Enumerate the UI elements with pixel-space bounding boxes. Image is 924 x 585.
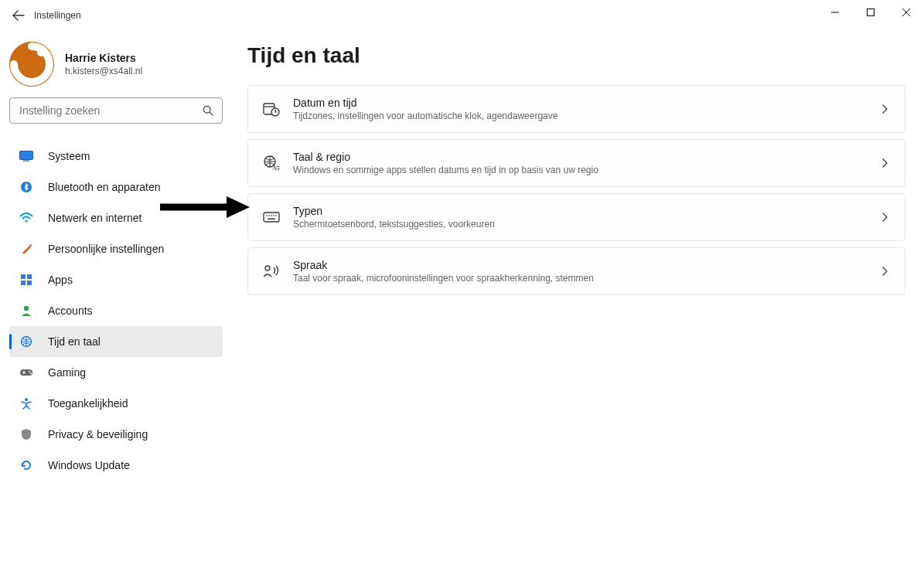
titlebar: Instellingen	[0, 0, 924, 31]
card-subtitle: Schermtoetsenbord, tekstsuggesties, voor…	[293, 219, 878, 230]
system-icon	[19, 148, 34, 164]
window-title: Instellingen	[34, 10, 81, 21]
svg-point-5	[37, 49, 45, 56]
back-arrow-icon	[12, 9, 25, 22]
svg-point-21	[30, 372, 32, 374]
shield-icon	[19, 427, 34, 442]
svg-point-11	[25, 219, 27, 222]
person-icon	[19, 303, 34, 318]
sidebar-item-label: Windows Update	[48, 459, 130, 471]
svg-point-36	[265, 266, 270, 270]
sidebar-item-privacy[interactable]: Privacy & beveiliging	[9, 419, 223, 450]
maximize-icon	[867, 9, 875, 16]
chevron-right-icon	[878, 265, 891, 277]
chevron-right-icon	[878, 211, 891, 223]
card-subtitle: Taal voor spraak, microfooninstellingen …	[293, 273, 878, 284]
sidebar-item-label: Gaming	[48, 366, 86, 379]
svg-point-34	[275, 215, 277, 216]
sidebar-item-label: Apps	[48, 274, 73, 286]
card-title: Typen	[293, 205, 878, 217]
sidebar-item-windows-update[interactable]: Windows Update	[9, 450, 223, 481]
svg-text:字: 字	[276, 165, 280, 171]
update-icon	[19, 457, 34, 473]
svg-rect-15	[21, 281, 26, 285]
sidebar: Harrie Kisters h.kisters@xs4all.nl Syste…	[0, 31, 232, 585]
sidebar-item-label: Bluetooth en apparaten	[48, 181, 161, 193]
calendar-clock-icon	[262, 100, 281, 118]
maximize-button[interactable]	[853, 0, 888, 25]
card-title: Spraak	[293, 259, 878, 271]
sidebar-item-network[interactable]: Netwerk en internet	[9, 202, 223, 233]
svg-point-31	[268, 215, 270, 216]
back-button[interactable]	[3, 0, 34, 31]
svg-rect-13	[21, 274, 26, 279]
brush-icon	[19, 241, 34, 257]
search-input[interactable]	[18, 104, 202, 117]
avatar	[9, 42, 54, 87]
sidebar-item-accessibility[interactable]: Toegankelijkheid	[9, 388, 223, 419]
svg-rect-8	[20, 151, 33, 160]
card-typing[interactable]: Typen Schermtoetsenbord, tekstsuggesties…	[247, 193, 905, 241]
sidebar-item-label: Persoonlijke instellingen	[48, 243, 164, 255]
sidebar-item-label: Toegankelijkheid	[48, 397, 128, 410]
speech-icon	[262, 262, 281, 281]
svg-rect-14	[27, 274, 32, 279]
card-title: Taal & regio	[293, 151, 878, 163]
minimize-button[interactable]	[817, 0, 853, 25]
accessibility-icon	[19, 396, 34, 411]
user-block[interactable]: Harrie Kisters h.kisters@xs4all.nl	[9, 42, 223, 87]
close-icon	[902, 9, 910, 16]
svg-rect-29	[264, 213, 279, 222]
svg-point-33	[273, 215, 274, 216]
wifi-icon	[19, 210, 34, 226]
user-name: Harrie Kisters	[65, 52, 142, 64]
svg-rect-19	[20, 369, 32, 376]
sidebar-item-label: Systeem	[48, 150, 90, 162]
chevron-right-icon	[878, 103, 891, 115]
card-language-region[interactable]: A字 Taal & regio Windows en sommige apps …	[247, 139, 905, 187]
svg-rect-16	[27, 281, 32, 285]
user-email: h.kisters@xs4all.nl	[65, 66, 142, 77]
svg-point-20	[29, 371, 30, 372]
card-speech[interactable]: Spraak Taal voor spraak, microfooninstel…	[247, 247, 905, 295]
main-panel: Tijd en taal Datum en tijd Tijdzones, in…	[232, 31, 924, 585]
sidebar-item-label: Privacy & beveiliging	[48, 428, 148, 440]
svg-rect-9	[23, 161, 29, 162]
card-date-time[interactable]: Datum en tijd Tijdzones, instellingen vo…	[247, 85, 905, 133]
sidebar-item-label: Accounts	[48, 304, 93, 317]
sidebar-item-label: Netwerk en internet	[48, 212, 141, 224]
sidebar-item-gaming[interactable]: Gaming	[9, 357, 223, 388]
sidebar-item-accounts[interactable]: Accounts	[9, 295, 223, 326]
sidebar-item-time-language[interactable]: Tijd en taal	[9, 326, 223, 357]
window-controls	[817, 0, 924, 25]
card-title: Datum en tijd	[293, 97, 878, 109]
svg-line-7	[210, 112, 213, 115]
close-button[interactable]	[888, 0, 924, 25]
svg-point-6	[203, 106, 210, 113]
gamepad-icon	[19, 365, 34, 380]
svg-point-32	[271, 215, 272, 216]
svg-rect-35	[268, 219, 275, 220]
bluetooth-icon	[19, 179, 34, 195]
apps-icon	[19, 272, 34, 287]
sidebar-item-personalization[interactable]: Persoonlijke instellingen	[9, 233, 223, 264]
sidebar-item-label: Tijd en taal	[48, 335, 101, 348]
minimize-icon	[831, 9, 839, 16]
globe-language-icon: A字	[262, 154, 281, 172]
keyboard-icon	[262, 208, 281, 226]
page-title: Tijd en taal	[247, 43, 905, 68]
svg-point-30	[266, 215, 268, 216]
svg-point-17	[24, 306, 29, 311]
nav-list: Systeem Bluetooth en apparaten Netwerk e…	[9, 141, 223, 481]
card-subtitle: Tijdzones, instellingen voor automatisch…	[293, 111, 878, 121]
card-subtitle: Windows en sommige apps stellen datums e…	[293, 165, 878, 175]
svg-rect-1	[868, 9, 875, 16]
search-box[interactable]	[9, 97, 223, 124]
sidebar-item-system[interactable]: Systeem	[9, 141, 223, 172]
search-icon	[202, 104, 214, 117]
sidebar-item-bluetooth[interactable]: Bluetooth en apparaten	[9, 172, 223, 202]
sidebar-item-apps[interactable]: Apps	[9, 264, 223, 295]
globe-clock-icon	[19, 334, 34, 349]
chevron-right-icon	[878, 157, 891, 169]
svg-point-22	[25, 398, 28, 401]
